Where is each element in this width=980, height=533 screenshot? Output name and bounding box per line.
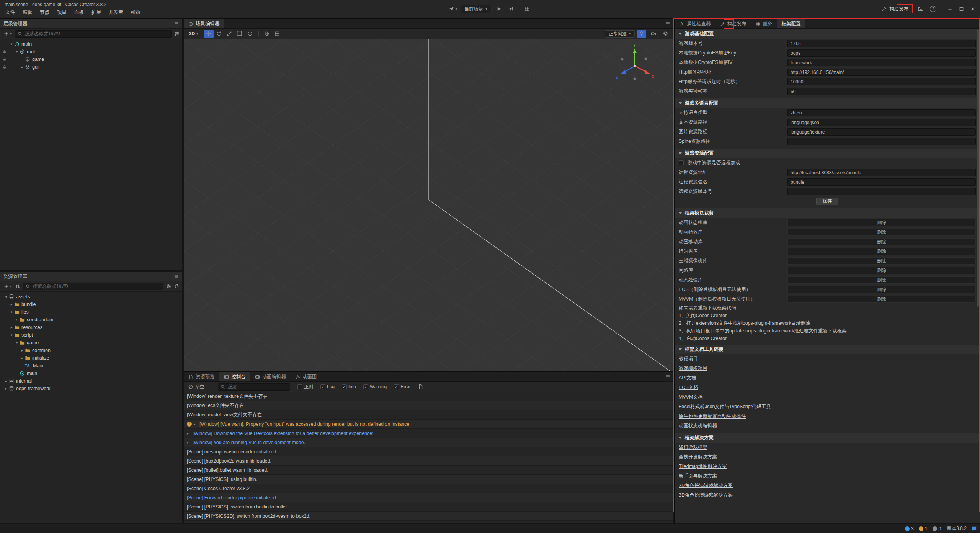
expand-arrow-icon[interactable]: ▸ [14,318,20,322]
move-tool-button[interactable] [204,30,214,38]
field-input[interactable] [787,88,976,95]
doc-link[interactable]: 2D角色扮演游戏解决方案 [675,481,980,490]
projection-toggle[interactable]: 3D▾ [187,31,201,36]
tree-node-assets[interactable]: ▾assets [0,293,182,301]
console-search-input[interactable] [227,384,287,389]
filter-checkbox[interactable] [320,384,325,389]
menu-item-4[interactable]: 面板 [70,8,88,17]
log-row[interactable]: [Scene] [PHYSICS]: switch from builtin t… [184,502,673,512]
delete-module-button[interactable]: 删除 [787,229,976,236]
tab-anim-graph[interactable]: 动画图 [291,372,322,381]
assets-filter-icon[interactable] [166,284,172,289]
tree-node-game[interactable]: game [0,56,182,63]
delete-module-button[interactable]: 删除 [787,248,976,255]
sort-assets-icon[interactable] [15,284,20,289]
open-build-folder-button[interactable] [916,5,925,13]
close-button[interactable] [967,4,978,14]
tree-node-root[interactable]: ▾root [0,48,182,56]
filter-checkbox[interactable] [342,384,347,389]
build-button[interactable]: 构建发布 [879,5,911,13]
remote-load-checkbox[interactable] [679,160,684,165]
log-row[interactable]: [Window] render_texture文件夹不存在 [184,392,673,401]
doc-link[interactable]: 游戏模板项目 [675,364,980,373]
pivot-tool-button[interactable] [245,30,255,38]
field-input[interactable] [787,40,976,47]
filter-warning[interactable]: Warning [363,384,387,389]
field-input[interactable] [787,59,976,66]
menu-item-0[interactable]: 文件 [2,8,19,17]
status-count-error[interactable]: 0 [933,526,941,531]
tree-node-resources[interactable]: ▸resources [0,324,182,331]
regex-toggle[interactable]: 正则 [297,384,313,390]
tab-inspector[interactable]: 属性检查器 [675,19,715,28]
log-row[interactable]: [Scene] [bullet]:bullet wasm lib loaded. [184,466,673,475]
tree-node-script[interactable]: ▾script [0,331,182,339]
tree-node-Main[interactable]: TSMain [0,362,182,370]
tab-anim-editor[interactable]: 动画编辑器 [250,372,291,381]
expand-arrow-icon[interactable]: ▸ [9,325,14,329]
delete-module-button[interactable]: 删除 [787,219,976,226]
expand-arrow-icon[interactable]: ▸ [20,65,25,69]
doc-link[interactable]: Excel格式转Json文件与TypeScript代码工具 [675,402,980,412]
doc-link[interactable]: 原生包热更新配置自动生成插件 [675,412,980,421]
section-header[interactable]: 框架文档工具链接 [675,345,980,354]
section-header[interactable]: 游戏基础配置 [675,29,980,39]
camera-toggle[interactable] [648,30,658,38]
log-row[interactable]: ▸[Window] Download the Vue Devtools exte… [184,429,673,438]
doc-link[interactable]: 3D角色扮演游戏解决方案 [675,490,980,500]
log-row[interactable]: [Scene] Forward render pipeline initiali… [184,493,673,502]
panel-menu-icon[interactable] [174,21,179,26]
assets-search-input[interactable] [33,284,161,289]
maximize-button[interactable] [956,4,967,14]
assets-search[interactable] [23,283,163,290]
lock-icon[interactable] [2,49,7,54]
expand-arrow-icon[interactable]: ▸ [20,356,25,360]
tree-node-gui[interactable]: ▸gui [0,63,182,71]
expand-arrow-icon[interactable]: ▾ [14,341,20,345]
section-header[interactable]: 框架模块裁剪 [675,208,980,218]
tab-build[interactable]: 构建发布 [715,19,751,28]
light-toggle[interactable] [637,30,646,38]
expand-arrow-icon[interactable]: ▸ [187,432,193,435]
field-input[interactable] [787,109,976,116]
delete-module-button[interactable]: 删除 [787,296,976,303]
layout-button[interactable] [523,5,532,13]
status-count-info[interactable]: 3 [905,526,914,531]
hierarchy-search[interactable] [15,30,172,38]
tree-node-common[interactable]: ▸common [0,347,182,354]
lock-icon[interactable] [2,65,7,69]
field-input[interactable] [787,119,976,126]
doc-link[interactable]: Tiledmap地图解决方案 [675,462,980,471]
delete-module-button[interactable]: 删除 [787,276,976,284]
tree-node-main[interactable]: ▾main [0,40,182,48]
expand-arrow-icon[interactable]: ▸ [187,441,193,445]
expand-arrow-icon[interactable]: ▾ [9,42,14,46]
panel-menu-icon[interactable] [665,374,670,379]
tab-console[interactable]: 控制台 [219,372,250,381]
tab-scene-editor[interactable]: 场景编辑器 [184,19,224,28]
log-row[interactable]: [Scene] Cocos Creator v3.8.2 [184,484,673,493]
expand-arrow-icon[interactable]: ▸ [20,348,25,352]
field-input[interactable] [787,188,976,195]
tree-node-game[interactable]: ▾game [0,339,182,347]
log-row[interactable]: [Scene] meshopt wasm decoder initialized [184,447,673,456]
snap-tool-button[interactable] [273,30,282,38]
expand-arrow-icon[interactable]: ▸ [9,302,14,306]
gear-toggle[interactable] [660,30,670,38]
expand-arrow-icon[interactable]: ▾ [9,310,14,314]
view-gizmo[interactable]: YXZ [614,44,656,86]
delete-module-button[interactable]: 删除 [787,286,976,293]
tree-node-oops-framework[interactable]: ▸oops-framework [0,385,182,392]
scrollbar-thumb[interactable] [977,29,979,307]
create-node-button[interactable]: ▾ [3,29,12,38]
console-search[interactable] [218,383,290,391]
doc-link[interactable]: ECS文档 [675,383,980,392]
field-input[interactable] [787,49,976,57]
filter-checkbox[interactable] [363,384,368,389]
lock-icon[interactable] [2,57,7,62]
rotate-tool-button[interactable] [214,30,224,38]
clear-console-button[interactable]: 清空 [186,384,206,390]
expand-arrow-icon[interactable]: ▸ [3,387,9,391]
hierarchy-filter-icon[interactable] [174,31,180,36]
tree-node-seedrandom[interactable]: ▸seedrandom [0,316,182,324]
